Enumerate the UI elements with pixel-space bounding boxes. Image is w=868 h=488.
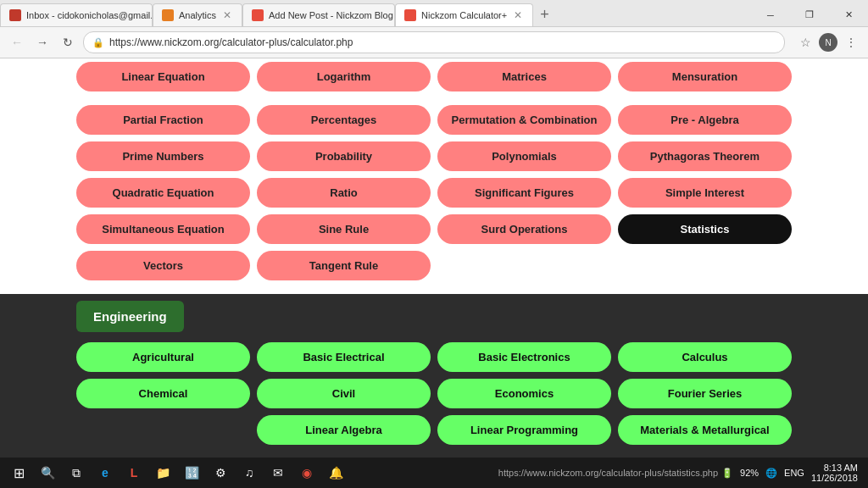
tab-favicon-calculator	[404, 9, 416, 21]
tab-inbox[interactable]: Inbox - cidokonicholas@gmail.c... ✕	[0, 3, 153, 26]
url-text: https://www.nickzom.org/calculator-plus/…	[109, 36, 353, 48]
tab-close-analytics[interactable]: ✕	[221, 9, 233, 21]
btn-permutation-combination[interactable]: Permutation & Combination	[437, 105, 611, 135]
window-controls: ─ ❐ ✕	[751, 3, 868, 26]
close-button[interactable]: ✕	[829, 2, 868, 29]
tab-blog[interactable]: Add New Post - Nickzom Blog -... ✕	[242, 3, 395, 26]
minimize-button[interactable]: ─	[751, 2, 790, 29]
tab-inbox-label: Inbox - cidokonicholas@gmail.c...	[26, 10, 153, 20]
time-display: 8:13 AM	[811, 463, 858, 473]
taskbar-calculator[interactable]: 🔢	[178, 459, 205, 486]
btn-polynomials[interactable]: Polynomials	[437, 141, 611, 171]
btn-basic-electronics[interactable]: Basic Electronics	[437, 342, 611, 372]
new-tab-button[interactable]: +	[533, 3, 556, 26]
taskbar-explorer[interactable]: 📁	[149, 459, 176, 486]
taskbar-music[interactable]: ♫	[236, 459, 263, 486]
btn-percentages[interactable]: Percentages	[257, 105, 431, 135]
tab-bar: Inbox - cidokonicholas@gmail.c... ✕ Anal…	[0, 0, 868, 27]
btn-matrices[interactable]: Matrices	[437, 62, 611, 92]
engineering-header: Engineering	[76, 301, 184, 332]
btn-sine-rule[interactable]: Sine Rule	[257, 214, 431, 244]
taskbar-other[interactable]: 🔔	[322, 459, 349, 486]
engineering-section: Engineering Agricultural Basic Electrica…	[0, 294, 868, 458]
more-button[interactable]: ⋮	[841, 32, 861, 53]
btn-partial-fraction[interactable]: Partial Fraction	[76, 105, 250, 135]
tab-analytics[interactable]: Analytics ✕	[153, 3, 242, 26]
taskbar-email[interactable]: ✉	[264, 459, 292, 486]
top-partial: Linear Equation Logarithm Matrices Mensu…	[0, 58, 868, 98]
btn-significant-figures[interactable]: Significant Figures	[437, 178, 611, 208]
btn-ratio[interactable]: Ratio	[257, 178, 431, 208]
empty-eng-cell	[76, 415, 250, 445]
empty-cell-1	[437, 251, 611, 280]
tab-calculator-label: Nickzom Calculator+	[421, 10, 507, 20]
taskbar-search[interactable]: 🔍	[34, 459, 61, 486]
page-content: Linear Equation Logarithm Matrices Mensu…	[0, 58, 868, 458]
btn-civil[interactable]: Civil	[257, 379, 431, 408]
btn-linear-programming[interactable]: Linear Programming	[437, 415, 611, 445]
taskbar-task-view[interactable]: ⧉	[63, 459, 90, 486]
profile-avatar[interactable]: N	[819, 33, 837, 52]
nav-bar: ← → ↻ 🔒 https://www.nickzom.org/calculat…	[0, 27, 868, 58]
btn-simultaneous-equation[interactable]: Simultaneous Equation	[76, 214, 250, 244]
address-bar[interactable]: 🔒 https://www.nickzom.org/calculator-plu…	[83, 31, 785, 53]
btn-fourier-series[interactable]: Fourier Series	[618, 379, 792, 408]
taskbar: ⊞ 🔍 ⧉ e L 📁 🔢 ⚙ ♫ ✉ ◉ 🔔 https://www.nick…	[0, 458, 868, 488]
browser-chrome: Inbox - cidokonicholas@gmail.c... ✕ Anal…	[0, 0, 868, 58]
taskbar-network: 🌐	[765, 468, 777, 479]
battery-level: 92%	[740, 468, 759, 478]
btn-vectors[interactable]: Vectors	[76, 251, 250, 280]
btn-surd-operations[interactable]: Surd Operations	[437, 214, 611, 244]
start-button[interactable]: ⊞	[3, 459, 34, 486]
browser-actions: ☆ N ⋮	[795, 32, 861, 53]
btn-pythagoras-theorem[interactable]: Pythagoras Theorem	[618, 141, 792, 171]
tab-close-calculator[interactable]: ✕	[512, 9, 524, 21]
tab-favicon-analytics	[162, 9, 174, 21]
tab-calculator[interactable]: Nickzom Calculator+ ✕	[395, 3, 533, 26]
btn-simple-interest[interactable]: Simple Interest	[618, 178, 792, 208]
btn-probability[interactable]: Probability	[257, 141, 431, 171]
tab-blog-label: Add New Post - Nickzom Blog -...	[269, 10, 395, 20]
btn-agricultural[interactable]: Agricultural	[76, 342, 250, 372]
btn-mensuration[interactable]: Mensuration	[618, 62, 792, 92]
refresh-button[interactable]: ↻	[58, 32, 78, 53]
taskbar-app-l[interactable]: L	[120, 459, 147, 486]
lock-icon: 🔒	[92, 37, 104, 48]
btn-linear-algebra[interactable]: Linear Algebra	[257, 415, 431, 445]
bookmark-button[interactable]: ☆	[795, 32, 815, 53]
taskbar-settings[interactable]: ⚙	[207, 459, 234, 486]
taskbar-icons: 🔍 ⧉ e L 📁 🔢 ⚙ ♫ ✉ ◉ 🔔	[34, 459, 498, 486]
language-indicator: ENG	[784, 468, 804, 478]
btn-economics[interactable]: Economics	[437, 379, 611, 408]
taskbar-right: 🔋 92% 🌐 ENG 8:13 AM 11/26/2018	[721, 463, 865, 483]
taskbar-edge[interactable]: e	[92, 459, 119, 486]
btn-linear-equation[interactable]: Linear Equation	[76, 62, 250, 92]
btn-quadratic-equation[interactable]: Quadratic Equation	[76, 178, 250, 208]
math-grid: Partial Fraction Percentages Permutation…	[76, 105, 792, 280]
btn-chemical[interactable]: Chemical	[76, 379, 250, 408]
math-section: Partial Fraction Percentages Permutation…	[0, 98, 868, 294]
empty-cell-2	[618, 251, 792, 280]
btn-prime-numbers[interactable]: Prime Numbers	[76, 141, 250, 171]
tab-favicon-blog	[252, 9, 264, 21]
taskbar-battery-icon: 🔋	[721, 468, 733, 479]
btn-statistics[interactable]: Statistics	[618, 214, 792, 244]
maximize-button[interactable]: ❐	[790, 2, 829, 29]
btn-logarithm[interactable]: Logarithm	[257, 62, 431, 92]
tab-analytics-label: Analytics	[179, 10, 216, 20]
date-display: 11/26/2018	[811, 473, 858, 483]
status-url: https://www.nickzom.org/calculator-plus/…	[498, 468, 718, 478]
tab-favicon-inbox	[9, 9, 21, 21]
btn-calculus[interactable]: Calculus	[618, 342, 792, 372]
btn-materials-metallurgical[interactable]: Materials & Metallurgical	[618, 415, 792, 445]
btn-basic-electrical[interactable]: Basic Electrical	[257, 342, 431, 372]
math-top-row: Linear Equation Logarithm Matrices Mensu…	[76, 62, 792, 92]
forward-button[interactable]: →	[32, 32, 53, 53]
clock: 8:13 AM 11/26/2018	[811, 463, 858, 483]
engineering-grid: Agricultural Basic Electrical Basic Elec…	[76, 342, 792, 445]
btn-pre-algebra[interactable]: Pre - Algebra	[618, 105, 792, 135]
taskbar-chrome[interactable]: ◉	[293, 459, 320, 486]
back-button[interactable]: ←	[7, 32, 27, 53]
btn-tangent-rule[interactable]: Tangent Rule	[257, 251, 431, 280]
